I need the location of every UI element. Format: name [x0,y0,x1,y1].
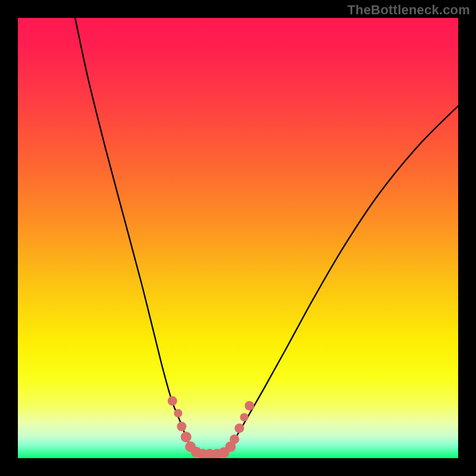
bottleneck-curve [75,18,458,455]
highlight-dot [230,434,239,444]
highlight-dot [168,396,177,406]
highlight-dot [240,413,248,421]
highlight-dot [174,409,182,418]
highlight-dot [181,431,192,442]
highlight-dot [234,424,244,433]
chart-frame: TheBottleneck.com [0,0,476,476]
curve-overlay [18,18,458,458]
plot-area [18,18,458,458]
highlight-dot [245,401,254,411]
watermark-text: TheBottleneck.com [347,2,470,18]
highlight-dot [177,422,186,431]
highlight-dots [168,396,255,458]
